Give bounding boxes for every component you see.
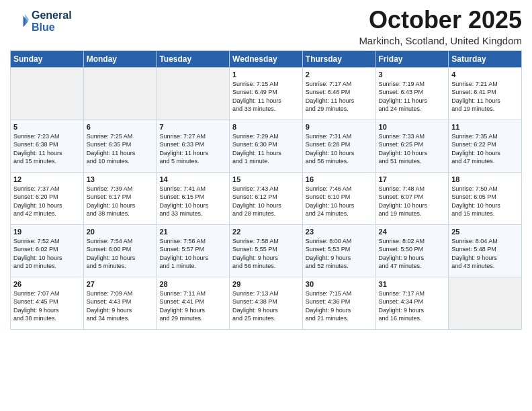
day-info: Sunrise: 7:07 AM Sunset: 4:45 PM Dayligh… (13, 289, 81, 323)
calendar-cell: 10Sunrise: 7:33 AM Sunset: 6:25 PM Dayli… (375, 120, 449, 172)
calendar-cell: 17Sunrise: 7:48 AM Sunset: 6:07 PM Dayli… (375, 172, 449, 224)
day-number: 4 (451, 71, 519, 79)
day-number: 15 (232, 175, 300, 183)
day-info: Sunrise: 7:27 AM Sunset: 6:33 PM Dayligh… (159, 132, 226, 166)
calendar-table: Sunday Monday Tuesday Wednesday Thursday… (10, 50, 522, 330)
col-sunday: Sunday (11, 50, 84, 67)
day-number: 7 (159, 123, 226, 131)
day-number: 2 (306, 71, 373, 79)
logo-icon (10, 12, 29, 31)
day-info: Sunrise: 7:09 AM Sunset: 4:43 PM Dayligh… (87, 289, 154, 323)
day-info: Sunrise: 7:41 AM Sunset: 6:15 PM Dayligh… (159, 185, 226, 218)
day-number: 22 (232, 228, 300, 236)
day-number: 26 (13, 280, 81, 288)
day-number: 5 (13, 123, 81, 131)
day-number: 14 (159, 175, 226, 183)
calendar-cell: 19Sunrise: 7:52 AM Sunset: 6:02 PM Dayli… (11, 224, 84, 277)
title-block: October 2025 Markinch, Scotland, United … (359, 7, 522, 46)
calendar-cell: 8Sunrise: 7:29 AM Sunset: 6:30 PM Daylig… (230, 120, 303, 172)
day-number: 19 (13, 228, 81, 236)
calendar-cell: 30Sunrise: 7:15 AM Sunset: 4:36 PM Dayli… (302, 277, 375, 329)
day-info: Sunrise: 7:17 AM Sunset: 6:46 PM Dayligh… (306, 80, 373, 113)
day-info: Sunrise: 7:21 AM Sunset: 6:41 PM Dayligh… (451, 80, 519, 113)
day-number: 11 (451, 123, 519, 131)
location-subtitle: Markinch, Scotland, United Kingdom (359, 35, 522, 46)
calendar-cell: 9Sunrise: 7:31 AM Sunset: 6:28 PM Daylig… (302, 120, 375, 172)
calendar-cell: 24Sunrise: 8:02 AM Sunset: 5:50 PM Dayli… (375, 224, 449, 277)
calendar-cell: 26Sunrise: 7:07 AM Sunset: 4:45 PM Dayli… (11, 277, 84, 329)
day-number: 8 (232, 123, 300, 131)
day-info: Sunrise: 7:33 AM Sunset: 6:25 PM Dayligh… (379, 132, 446, 166)
day-info: Sunrise: 7:52 AM Sunset: 6:02 PM Dayligh… (13, 237, 81, 271)
day-info: Sunrise: 7:23 AM Sunset: 6:38 PM Dayligh… (13, 132, 81, 166)
day-number: 13 (87, 175, 154, 183)
day-info: Sunrise: 7:13 AM Sunset: 4:38 PM Dayligh… (232, 289, 300, 323)
calendar-cell: 21Sunrise: 7:56 AM Sunset: 5:57 PM Dayli… (157, 224, 230, 277)
calendar-cell: 13Sunrise: 7:39 AM Sunset: 6:17 PM Dayli… (83, 172, 157, 224)
day-info: Sunrise: 7:48 AM Sunset: 6:07 PM Dayligh… (379, 185, 446, 218)
calendar-cell (11, 67, 84, 120)
calendar-cell: 29Sunrise: 7:13 AM Sunset: 4:38 PM Dayli… (230, 277, 303, 329)
calendar-cell: 15Sunrise: 7:43 AM Sunset: 6:12 PM Dayli… (230, 172, 303, 224)
day-number: 9 (306, 123, 373, 131)
day-number: 18 (451, 175, 519, 183)
day-number: 27 (87, 280, 154, 288)
calendar-cell: 2Sunrise: 7:17 AM Sunset: 6:46 PM Daylig… (302, 67, 375, 120)
day-number: 30 (306, 280, 373, 288)
day-number: 21 (159, 228, 226, 236)
col-monday: Monday (83, 50, 157, 67)
day-info: Sunrise: 7:15 AM Sunset: 4:36 PM Dayligh… (306, 289, 373, 323)
calendar-cell: 25Sunrise: 8:04 AM Sunset: 5:48 PM Dayli… (449, 224, 522, 277)
calendar-cell: 28Sunrise: 7:11 AM Sunset: 4:41 PM Dayli… (157, 277, 230, 329)
day-number: 31 (379, 280, 446, 288)
calendar-cell: 4Sunrise: 7:21 AM Sunset: 6:41 PM Daylig… (449, 67, 522, 120)
calendar-cell: 23Sunrise: 8:00 AM Sunset: 5:53 PM Dayli… (302, 224, 375, 277)
day-number: 3 (379, 71, 446, 79)
day-info: Sunrise: 7:17 AM Sunset: 4:34 PM Dayligh… (379, 289, 446, 323)
day-info: Sunrise: 8:04 AM Sunset: 5:48 PM Dayligh… (451, 237, 519, 271)
week-row-4: 19Sunrise: 7:52 AM Sunset: 6:02 PM Dayli… (11, 224, 522, 277)
day-info: Sunrise: 7:58 AM Sunset: 5:55 PM Dayligh… (232, 237, 300, 271)
day-info: Sunrise: 7:37 AM Sunset: 6:20 PM Dayligh… (13, 185, 81, 218)
calendar-cell: 11Sunrise: 7:35 AM Sunset: 6:22 PM Dayli… (449, 120, 522, 172)
day-info: Sunrise: 7:31 AM Sunset: 6:28 PM Dayligh… (306, 132, 373, 166)
col-tuesday: Tuesday (157, 50, 230, 67)
day-info: Sunrise: 8:02 AM Sunset: 5:50 PM Dayligh… (379, 237, 446, 271)
day-info: Sunrise: 7:56 AM Sunset: 5:57 PM Dayligh… (159, 237, 226, 271)
day-info: Sunrise: 7:43 AM Sunset: 6:12 PM Dayligh… (232, 185, 300, 218)
day-info: Sunrise: 7:54 AM Sunset: 6:00 PM Dayligh… (87, 237, 154, 271)
day-info: Sunrise: 7:11 AM Sunset: 4:41 PM Dayligh… (159, 289, 226, 323)
calendar-cell: 31Sunrise: 7:17 AM Sunset: 4:34 PM Dayli… (375, 277, 449, 329)
calendar-cell: 20Sunrise: 7:54 AM Sunset: 6:00 PM Dayli… (83, 224, 157, 277)
calendar-cell: 7Sunrise: 7:27 AM Sunset: 6:33 PM Daylig… (157, 120, 230, 172)
day-number: 20 (87, 228, 154, 236)
week-row-5: 26Sunrise: 7:07 AM Sunset: 4:45 PM Dayli… (11, 277, 522, 329)
calendar-cell (449, 277, 522, 329)
day-info: Sunrise: 7:25 AM Sunset: 6:35 PM Dayligh… (87, 132, 154, 166)
logo: General Blue (10, 9, 72, 33)
month-title: October 2025 (359, 7, 522, 34)
calendar-cell: 16Sunrise: 7:46 AM Sunset: 6:10 PM Dayli… (302, 172, 375, 224)
col-saturday: Saturday (449, 50, 522, 67)
week-row-2: 5Sunrise: 7:23 AM Sunset: 6:38 PM Daylig… (11, 120, 522, 172)
day-number: 17 (379, 175, 446, 183)
week-row-1: 1Sunrise: 7:15 AM Sunset: 6:49 PM Daylig… (11, 67, 522, 120)
day-info: Sunrise: 7:50 AM Sunset: 6:05 PM Dayligh… (451, 185, 519, 218)
day-number: 25 (451, 228, 519, 236)
col-wednesday: Wednesday (230, 50, 303, 67)
day-number: 28 (159, 280, 226, 288)
calendar-cell: 22Sunrise: 7:58 AM Sunset: 5:55 PM Dayli… (230, 224, 303, 277)
day-number: 16 (306, 175, 373, 183)
header: General Blue October 2025 Markinch, Scot… (10, 7, 522, 46)
calendar-cell: 14Sunrise: 7:41 AM Sunset: 6:15 PM Dayli… (157, 172, 230, 224)
day-info: Sunrise: 7:39 AM Sunset: 6:17 PM Dayligh… (87, 185, 154, 218)
calendar-cell: 18Sunrise: 7:50 AM Sunset: 6:05 PM Dayli… (449, 172, 522, 224)
logo-text: General Blue (32, 9, 72, 33)
calendar-cell: 27Sunrise: 7:09 AM Sunset: 4:43 PM Dayli… (83, 277, 157, 329)
day-info: Sunrise: 8:00 AM Sunset: 5:53 PM Dayligh… (306, 237, 373, 271)
calendar-cell: 1Sunrise: 7:15 AM Sunset: 6:49 PM Daylig… (230, 67, 303, 120)
day-info: Sunrise: 7:15 AM Sunset: 6:49 PM Dayligh… (232, 80, 300, 113)
day-number: 6 (87, 123, 154, 131)
day-number: 23 (306, 228, 373, 236)
day-number: 12 (13, 175, 81, 183)
